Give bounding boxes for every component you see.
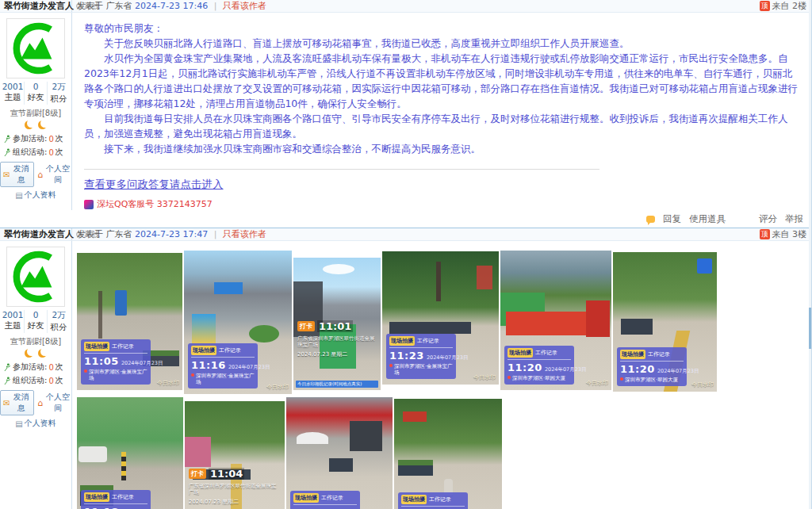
watermark-badge: 现场拍摄: [84, 492, 109, 502]
posted-prefix: 发表于: [77, 1, 103, 11]
watermark-stamp: 打卡 11:04 广东省深圳市罗湖区翠竹街道金展珠宝广场 2024.07.23 …: [189, 468, 281, 506]
watermark-title: 工作记录: [219, 346, 241, 354]
green-mountain-logo-icon: [9, 21, 63, 75]
photo-thumbnail[interactable]: 现场拍摄 工作记录 11:23 2024年07月23日 深圳市罗湖区·金展珠宝广…: [382, 251, 499, 385]
photo-scenery: [403, 411, 427, 422]
author-sidebar: 2001 主题 0 好友 2万 积分 宣节副尉[8级]: [0, 241, 72, 509]
moon-medal-icon: [38, 121, 47, 129]
photo-row-1: 现场拍摄 工作记录 11:05 2024年07月23日 深圳市罗湖区·金展珠宝广…: [77, 251, 806, 394]
send-message-button[interactable]: ✉ 发消息: [0, 390, 34, 415]
stat-friends[interactable]: 0 好友: [25, 310, 48, 333]
posted-prefix: 发表于: [77, 229, 103, 239]
medal-row: [0, 121, 71, 131]
stat-threads[interactable]: 2001 主题: [2, 310, 25, 333]
watermark-stamp: 现场拍摄 工作记录 11:05 2024年07月23日 深圳市罗湖区·金展珠宝广…: [81, 339, 151, 385]
scrollbar[interactable]: [809, 0, 811, 509]
scrollbar-thumb[interactable]: [809, 308, 811, 349]
activity-organized: 组织活动: 0 次: [0, 375, 71, 386]
author-name[interactable]: 翠竹街道办发言人: [4, 0, 74, 12]
photo-scenery: [329, 458, 353, 472]
posted-time: 2024-7-23 17:47: [135, 229, 208, 239]
separator: |: [214, 229, 217, 239]
report-link[interactable]: 举报: [785, 213, 803, 225]
runner-icon: [4, 363, 11, 372]
watermark-location: 深圳市罗湖区·金展珠宝广场: [196, 373, 255, 385]
photo-scenery: [297, 432, 328, 444]
avatar[interactable]: [6, 247, 65, 307]
watermark-title: 工作记录: [648, 350, 670, 358]
location-pin-icon: [508, 376, 511, 379]
photo-thumbnail[interactable]: 打卡 11:04 广东省深圳市罗湖区翠竹街道金展珠宝广场 2024.07.23 …: [185, 401, 285, 509]
watermark-time: 11:20: [620, 363, 655, 375]
avatar[interactable]: [6, 18, 65, 78]
watermark-stamp: 打卡 11:01 广东省深圳市罗湖区翠竹街道金展珠宝广场 2024.07.23 …: [297, 320, 377, 358]
home-icon: ⌂: [37, 398, 43, 408]
rate-link[interactable]: 评分: [759, 213, 777, 225]
activity-joined: 参加活动: 0 次: [0, 133, 71, 144]
author-name[interactable]: 翠竹街道办发言人: [4, 228, 74, 240]
watermark-title: 工作记录: [112, 493, 134, 501]
watermark-badge: 现场拍摄: [508, 348, 533, 358]
watermark-title: 工作记录: [535, 349, 557, 357]
profile-link[interactable]: ▤ 个人资料: [15, 189, 56, 201]
reply-link[interactable]: 回复: [663, 213, 681, 225]
photo-thumbnail[interactable]: 打卡 11:01 广东省深圳市罗湖区翠竹街道金展珠宝广场 2024.07.23 …: [293, 258, 381, 390]
photo-scenery: [323, 264, 354, 274]
floor-indicator: 顶 来自 3楼: [760, 228, 807, 240]
post-floor-3: 翠竹街道办发言人 离线 发表于 广东省 2024-7-23 17:47 | 只看…: [0, 228, 811, 509]
post-header: 翠竹街道办发言人 离线 发表于 广东省 2024-7-23 17:46 | 只看…: [0, 0, 811, 13]
watermark-footer-bar: 今日水印相机记录(时间地点真实): [296, 381, 378, 388]
more-replies-link[interactable]: 查看更多问政答复请点击进入: [84, 178, 224, 192]
only-author-link[interactable]: 只看该作者: [223, 229, 266, 239]
location-pin-icon: [620, 377, 623, 381]
author-sidebar: 2001 主题 0 好友 2万 积分 宣节副尉[8级]: [0, 13, 72, 210]
watermark-date: 2024.07.23 星期二: [189, 498, 281, 506]
watermark-time: 11:23: [389, 350, 424, 362]
qq-emoticon-icon: [84, 200, 94, 209]
photo-scenery: [398, 460, 433, 476]
watermark-brand: 今日水印: [473, 373, 496, 381]
watermark-title: 工作记录: [321, 494, 343, 502]
personal-space-link[interactable]: ⌂ 个人空间: [37, 163, 71, 186]
personal-space-link[interactable]: ⌂ 个人空间: [37, 392, 71, 414]
watermark-date: 2024.07.23 星期二: [297, 350, 377, 358]
runner-icon: [4, 377, 11, 385]
watermark-title: 工作记录: [112, 343, 134, 350]
post-header-author-cell: 翠竹街道办发言人 离线: [0, 0, 72, 12]
watermark-time: 11:18: [84, 506, 119, 509]
watermark-stamp: 现场拍摄 工作记录 11:20 2024年07月23日 深圳市罗湖区·翠园大厦: [617, 347, 687, 386]
user-rank: 宣节副尉[8级]: [0, 108, 71, 119]
watermark-time: 11:01: [317, 320, 353, 332]
photo-thumbnail[interactable]: 现场拍摄 工作记录 11:21 2024年07月23日 深圳市罗湖区·翠园大厦: [286, 397, 393, 509]
use-props-link[interactable]: 使用道具: [689, 213, 726, 225]
watermark-date: 2024年07月23日: [121, 360, 163, 367]
post-paragraph: 目前我街道每日安排人员在水贝珠宝商圈各个路口值守、引导市民安全有序停车及出行，及…: [84, 111, 800, 141]
photo-thumbnail[interactable]: 现场拍摄 工作记录 11:20 2024年07月23日 深圳市罗湖区·翠园大厦: [500, 251, 611, 390]
qq-service-line: 深坛QQ客服号 3372143757: [84, 198, 800, 210]
photo-scenery: [115, 290, 127, 316]
photo-thumbnail[interactable]: 现场拍摄 工作记录 11:16 2024年07月23日 深圳市罗湖区·金展珠宝广…: [184, 251, 292, 394]
watermark-brand: 今日水印: [691, 381, 714, 388]
location-pin-icon: [84, 369, 87, 373]
stat-credits[interactable]: 2万 积分: [48, 310, 70, 333]
floor-from-label[interactable]: 来自 3楼: [772, 228, 807, 240]
stat-friends[interactable]: 0 好友: [25, 82, 48, 105]
watermark-brand: 今日水印: [586, 379, 608, 387]
photo-thumbnail[interactable]: 现场拍摄 工作记录 11:21 2024年07月23日 深圳市罗湖区·翠园大厦: [394, 399, 502, 509]
stat-threads[interactable]: 2001 主题: [2, 82, 25, 105]
send-message-button[interactable]: ✉ 发消息: [0, 162, 34, 187]
profile-link[interactable]: ▤ 个人资料: [15, 418, 56, 429]
post-content: 现场拍摄 工作记录 11:05 2024年07月23日 深圳市罗湖区·金展珠宝广…: [72, 241, 811, 509]
post-paragraph: 水贝作为全国黄金珠宝产业集聚地，人流及客流旺盛非机动车保有量极大，非机动车在人行…: [84, 51, 800, 111]
photo-thumbnail[interactable]: 现场拍摄 工作记录 11:18 2024年07月23日 深圳市罗湖区·金展珠宝广…: [77, 397, 183, 509]
watermark-stamp: 现场拍摄 工作记录 11:16 2024年07月23日 深圳市罗湖区·金展珠宝广…: [188, 343, 258, 388]
floor-from-label[interactable]: 来自 2楼: [772, 0, 807, 12]
posted-time: 2024-7-23 17:46: [135, 1, 208, 11]
post-paragraph: 接下来，我街道继续加强水贝珠宝商圈市容和交通综合整治，不断提高为民服务意识。: [84, 141, 800, 156]
watermark-location: 广东省深圳市罗湖区翠竹街道金展珠宝广场: [189, 483, 281, 496]
photo-thumbnail[interactable]: 现场拍摄 工作记录 11:20 2024年07月23日 深圳市罗湖区·翠园大厦: [613, 252, 717, 392]
photo-thumbnail[interactable]: 现场拍摄 工作记录 11:05 2024年07月23日 深圳市罗湖区·金展珠宝广…: [77, 253, 182, 390]
only-author-link[interactable]: 只看该作者: [223, 1, 266, 11]
watermark-location: 深圳市罗湖区·金展珠宝广场: [394, 363, 453, 376]
stat-credits[interactable]: 2万 积分: [48, 82, 70, 105]
